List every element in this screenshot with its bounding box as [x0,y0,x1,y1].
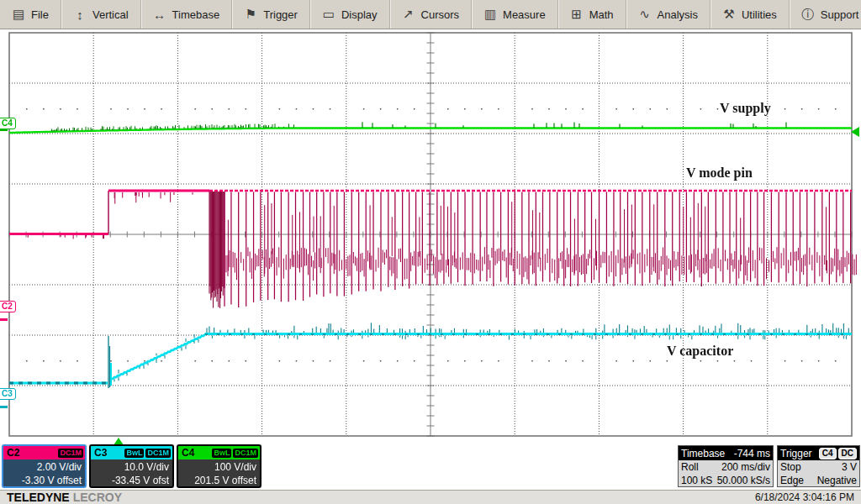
menu-item-timebase[interactable]: ↔Timebase [140,0,232,29]
timebase-tdiv: 200 ms/div [721,460,770,474]
trigger-panel[interactable]: Trigger C4 DC Stop 3 V Edge Negative [777,445,860,487]
channel-ground-tick-c3 [0,406,8,408]
menu-item-trigger[interactable]: ⚑Trigger [231,0,309,29]
menu-item-label: Cursors [421,8,460,21]
display-icon: ▭ [322,7,335,22]
menu-item-label: Timebase [172,8,220,21]
coupling-badge: DC1M [58,449,83,458]
offset: 201.5 V offset [178,474,256,487]
math-icon: ⊞ [570,7,584,22]
timebase-icon: ↔ [153,8,166,22]
coupling-badge: DC1M [145,449,171,458]
channel-ground-tick-c4 [0,129,8,131]
menu-item-file[interactable]: ▤File [0,0,61,29]
file-icon: ▤ [12,7,25,22]
offset: -33.45 V ofst [91,474,169,487]
trace-label-v-mode-pin: V mode pin [686,165,753,181]
menu-item-label: Display [341,8,378,21]
trigger-type: Edge [780,474,804,487]
trigger-level-marker[interactable] [851,127,859,137]
menu-item-cursors[interactable]: ↗Cursors [389,0,472,29]
channel-offset-indicator-c4[interactable]: C4 [0,118,16,129]
channel-ground-tick-c2 [0,318,8,321]
timebase-samples: 100 kS [681,474,712,487]
oscilloscope-screen: V supplyV mode pinV capacitor C4C2C3 ▤Fi… [0,0,861,504]
channel-id: C2 [7,447,19,459]
timebase-rate: 50.000 kS/s [717,474,770,487]
menu-item-support[interactable]: ⓘSupport [789,0,861,29]
channel-settings: 10.0 V/div-33.45 V ofst [91,459,172,487]
volts-per-div: 2.00 V/div [3,460,82,474]
timebase-mode: Roll [681,460,699,474]
channel-offset-indicator-c3[interactable]: C3 [0,388,16,400]
trigger-title: Trigger [780,448,812,459]
channel-offset-indicator-c2[interactable]: C2 [0,301,16,312]
cursors-icon: ↗ [402,7,415,22]
trigger-level: 3 V [842,460,857,474]
channel-header: C3BwLDC1M [91,446,172,459]
status-bar: TELEDYNELECROY 6/18/2024 3:04:16 PM [0,490,861,504]
timebase-panel[interactable]: Timebase -744 ms Roll 200 ms/div 100 kS … [678,445,774,487]
menu-item-label: Support [821,8,859,21]
menu-item-label: Utilities [742,8,777,21]
menu-item-label: File [31,8,49,21]
trigger-slope: Negative [817,474,857,487]
menu-item-measure[interactable]: ▥Measure [471,0,557,29]
channel-id: C3 [94,447,107,459]
menu-item-label: Analysis [658,8,698,21]
trigger-source-badge: C4 [819,448,837,459]
trace-label-v-supply: V supply [720,101,771,116]
waveform-display[interactable]: V supplyV mode pinV capacitor C4C2C3 [0,0,861,504]
menu-bar: ▤File↕Vertical↔Timebase⚑Trigger▭Display↗… [0,0,861,29]
channel-descriptor-c3[interactable]: C3BwLDC1M10.0 V/div-33.45 V ofst [89,444,174,488]
trace-label-v-capacitor: V capacitor [667,344,733,359]
menu-item-analysis[interactable]: ∿Analysis [626,0,710,29]
volts-per-div: 10.0 V/div [91,460,169,474]
channel-header: C2DC1M [3,446,85,459]
vertical-icon: ↕ [73,8,87,22]
timebase-delay: -744 ms [734,448,770,459]
menu-item-display[interactable]: ▭Display [309,0,389,29]
timebase-title: Timebase [681,448,725,459]
analysis-icon: ∿ [638,7,652,22]
menu-item-label: Vertical [92,8,129,21]
channel-id: C4 [182,447,194,459]
menu-item-label: Measure [503,8,546,21]
channel-descriptor-c4[interactable]: C4BwLDC1M100 V/div201.5 V offset [177,444,261,488]
support-icon: ⓘ [801,7,815,23]
menu-item-label: Math [589,8,614,21]
channel-settings: 2.00 V/div-3.30 V offset [3,459,85,487]
channel-header: C4BwLDC1M [178,446,260,459]
measure-icon: ▥ [483,7,497,22]
trigger-mode: Stop [780,460,801,474]
datetime: 6/18/2024 3:04:16 PM [755,491,854,503]
menu-item-vertical[interactable]: ↕Vertical [61,0,140,29]
bwl-badge: BwL [212,449,231,458]
trigger-coupling-badge: DC [838,448,857,459]
channel-descriptor-c2[interactable]: C2DC1M2.00 V/div-3.30 V offset [2,444,87,488]
bwl-badge: BwL [124,449,144,458]
coupling-badge: DC1M [233,449,258,458]
trigger-icon: ⚑ [244,7,257,22]
channel-settings: 100 V/div201.5 V offset [178,459,260,487]
teledyne-lecroy-logo: TELEDYNELECROY [7,491,122,504]
menu-item-math[interactable]: ⊞Math [557,0,626,29]
graticule-canvas[interactable] [0,0,861,504]
offset: -3.30 V offset [3,474,82,487]
menu-item-label: Trigger [263,8,298,21]
utilities-icon: ⚒ [722,7,736,22]
volts-per-div: 100 V/div [178,460,256,474]
menu-item-utilities[interactable]: ⚒Utilities [710,0,789,29]
